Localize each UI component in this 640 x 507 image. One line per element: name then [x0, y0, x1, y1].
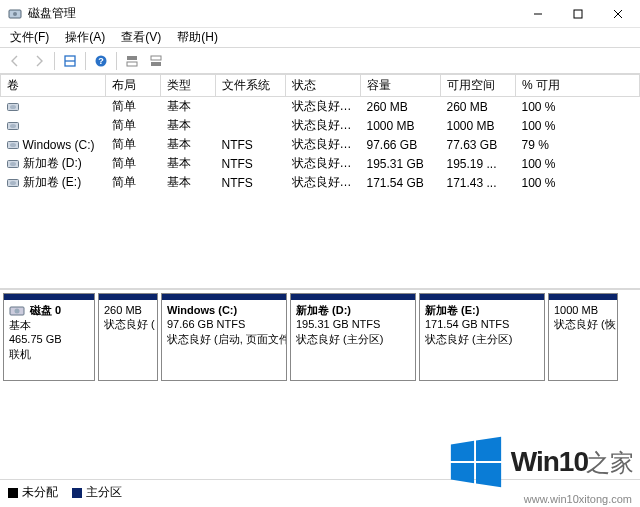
- row-type: 基本: [161, 173, 216, 192]
- disk-size: 465.75 GB: [9, 333, 62, 345]
- toolbar-separator: [116, 52, 117, 70]
- volume-list[interactable]: 卷 布局 类型 文件系统 状态 容量 可用空间 % 可用 简单基本状态良好 (.…: [0, 74, 640, 289]
- svg-point-23: [10, 181, 16, 185]
- primary-swatch: [72, 488, 82, 498]
- layout-bottom-button[interactable]: [145, 51, 167, 71]
- svg-point-15: [10, 105, 16, 109]
- volume-icon: [7, 159, 19, 169]
- table-row[interactable]: 简单基本状态良好 (...1000 MB1000 MB100 %: [1, 116, 640, 135]
- legend-primary: 主分区: [72, 484, 122, 501]
- row-cap: 171.54 GB: [361, 173, 441, 192]
- row-pct: 79 %: [516, 135, 640, 154]
- row-layout: 简单: [106, 116, 161, 135]
- maximize-button[interactable]: [558, 0, 598, 28]
- partition-status: 状态良好 (恢: [554, 317, 612, 332]
- col-type[interactable]: 类型: [161, 75, 216, 97]
- views-button[interactable]: [59, 51, 81, 71]
- row-pct: 100 %: [516, 173, 640, 192]
- row-pct: 100 %: [516, 116, 640, 135]
- row-free: 171.43 ...: [441, 173, 516, 192]
- row-layout: 简单: [106, 154, 161, 173]
- partition[interactable]: Windows (C:)97.66 GB NTFS状态良好 (启动, 页面文件: [161, 293, 287, 381]
- row-cap: 195.31 GB: [361, 154, 441, 173]
- col-free[interactable]: 可用空间: [441, 75, 516, 97]
- disk-type: 基本: [9, 319, 31, 331]
- menu-file[interactable]: 文件(F): [4, 27, 55, 48]
- row-status: 状态良好 (...: [286, 154, 361, 173]
- volume-icon: [7, 140, 19, 150]
- col-capacity[interactable]: 容量: [361, 75, 441, 97]
- svg-point-21: [10, 162, 16, 166]
- row-fs: NTFS: [216, 173, 286, 192]
- menu-view[interactable]: 查看(V): [115, 27, 167, 48]
- row-cap: 97.66 GB: [361, 135, 441, 154]
- column-headers[interactable]: 卷 布局 类型 文件系统 状态 容量 可用空间 % 可用: [1, 75, 640, 97]
- row-pct: 100 %: [516, 97, 640, 117]
- legend-unallocated: 未分配: [8, 484, 58, 501]
- svg-text:?: ?: [98, 56, 104, 66]
- toolbar: ?: [0, 48, 640, 74]
- col-status[interactable]: 状态: [286, 75, 361, 97]
- partition-size: 171.54 GB NTFS: [425, 317, 539, 332]
- svg-rect-10: [127, 56, 137, 60]
- table-row[interactable]: 简单基本状态良好 (...260 MB260 MB100 %: [1, 97, 640, 117]
- svg-point-1: [13, 12, 17, 16]
- partition[interactable]: 260 MB状态良好 (: [98, 293, 158, 381]
- col-pct[interactable]: % 可用: [516, 75, 640, 97]
- col-layout[interactable]: 布局: [106, 75, 161, 97]
- close-button[interactable]: [598, 0, 638, 28]
- svg-rect-11: [127, 62, 137, 66]
- volume-icon: [7, 121, 19, 131]
- table-row[interactable]: 新加卷 (E:)简单基本NTFS状态良好 (...171.54 GB171.43…: [1, 173, 640, 192]
- partition-name: 新加卷 (E:): [425, 303, 539, 318]
- partition-name: Windows (C:): [167, 303, 281, 318]
- volume-icon: [7, 102, 19, 112]
- row-name: 新加卷 (E:): [23, 175, 82, 189]
- menu-action[interactable]: 操作(A): [59, 27, 111, 48]
- row-type: 基本: [161, 97, 216, 117]
- row-free: 195.19 ...: [441, 154, 516, 173]
- row-name: Windows (C:): [23, 138, 95, 152]
- table-row[interactable]: Windows (C:)简单基本NTFS状态良好 (...97.66 GB77.…: [1, 135, 640, 154]
- partition-status: 状态良好 (启动, 页面文件: [167, 332, 281, 347]
- row-type: 基本: [161, 135, 216, 154]
- svg-point-17: [10, 124, 16, 128]
- disk-info[interactable]: 磁盘 0 基本 465.75 GB 联机: [3, 293, 95, 381]
- row-pct: 100 %: [516, 154, 640, 173]
- row-name: 新加卷 (D:): [23, 156, 82, 170]
- partition-status: 状态良好 (主分区): [296, 332, 410, 347]
- layout-top-button[interactable]: [121, 51, 143, 71]
- disk-map: 磁盘 0 基本 465.75 GB 联机 260 MB状态良好 (Windows…: [0, 289, 640, 384]
- toolbar-separator: [54, 52, 55, 70]
- unallocated-swatch: [8, 488, 18, 498]
- table-row[interactable]: 新加卷 (D:)简单基本NTFS状态良好 (...195.31 GB195.19…: [1, 154, 640, 173]
- volume-icon: [7, 178, 19, 188]
- legend: 未分配 主分区: [0, 479, 640, 507]
- partition[interactable]: 新加卷 (E:)171.54 GB NTFS状态良好 (主分区): [419, 293, 545, 381]
- partition-status: 状态良好 (主分区): [425, 332, 539, 347]
- row-fs: [216, 116, 286, 135]
- forward-button[interactable]: [28, 51, 50, 71]
- partition[interactable]: 1000 MB状态良好 (恢: [548, 293, 618, 381]
- help-button[interactable]: ?: [90, 51, 112, 71]
- row-status: 状态良好 (...: [286, 135, 361, 154]
- row-cap: 260 MB: [361, 97, 441, 117]
- row-free: 77.63 GB: [441, 135, 516, 154]
- row-type: 基本: [161, 154, 216, 173]
- row-type: 基本: [161, 116, 216, 135]
- menu-help[interactable]: 帮助(H): [171, 27, 224, 48]
- row-layout: 简单: [106, 135, 161, 154]
- partition[interactable]: 新加卷 (D:)195.31 GB NTFS状态良好 (主分区): [290, 293, 416, 381]
- titlebar: 磁盘管理: [0, 0, 640, 28]
- col-volume[interactable]: 卷: [1, 75, 106, 97]
- row-layout: 简单: [106, 97, 161, 117]
- row-status: 状态良好 (...: [286, 97, 361, 117]
- partition-size: 195.31 GB NTFS: [296, 317, 410, 332]
- minimize-button[interactable]: [518, 0, 558, 28]
- partition-size: 1000 MB: [554, 303, 612, 318]
- col-filesystem[interactable]: 文件系统: [216, 75, 286, 97]
- window-title: 磁盘管理: [28, 5, 76, 22]
- disk-icon: [9, 304, 25, 318]
- row-fs: [216, 97, 286, 117]
- back-button[interactable]: [4, 51, 26, 71]
